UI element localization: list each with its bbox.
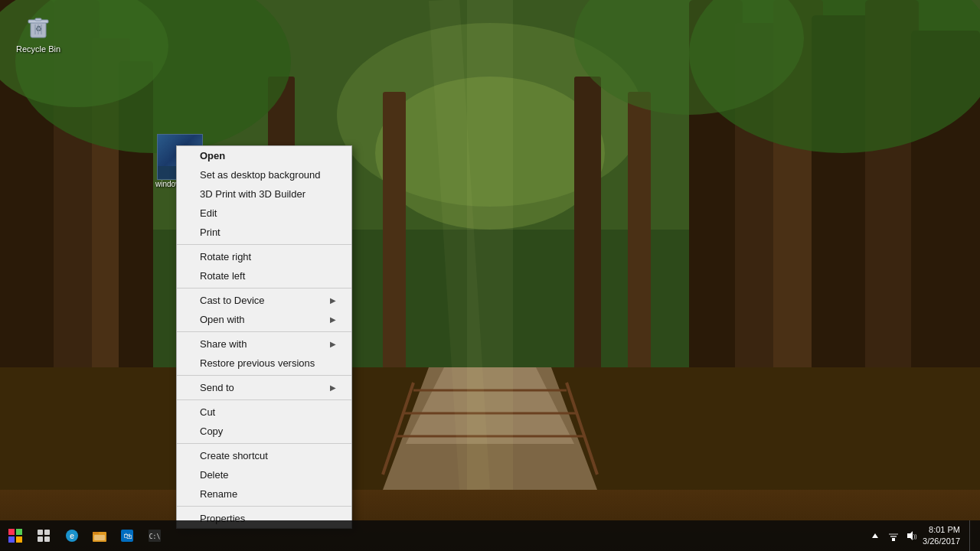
file-explorer-icon xyxy=(93,529,106,543)
menu-item-label-rotate-left: Rotate left xyxy=(200,270,245,282)
context-menu-item-share-with[interactable]: Share with▶ xyxy=(177,334,351,354)
menu-item-label-share-with: Share with xyxy=(200,338,247,350)
context-menu-item-3d-print[interactable]: 3D Print with 3D Builder xyxy=(177,184,351,204)
recycle-bin-icon[interactable]: ♻ Recycle Bin xyxy=(11,11,65,54)
submenu-arrow-icon-cast-to-device: ▶ xyxy=(330,296,336,305)
context-menu-item-cut[interactable]: Cut xyxy=(177,403,351,422)
context-menu-item-open[interactable]: Open xyxy=(177,146,351,165)
svg-rect-42 xyxy=(44,536,50,542)
menu-item-label-restore-prev: Restore previous versions xyxy=(200,357,315,369)
context-menu-item-create-shortcut[interactable]: Create shortcut xyxy=(177,446,351,465)
speaker-icon: )) xyxy=(906,530,918,541)
menu-item-label-copy: Copy xyxy=(200,425,223,437)
svg-text:e: e xyxy=(70,531,74,540)
clock-date: 3/26/2017 xyxy=(923,536,960,547)
show-desktop-button[interactable] xyxy=(969,520,974,551)
cmd-button[interactable]: C:\ xyxy=(141,520,168,551)
menu-item-label-cast-to-device: Cast to Device xyxy=(200,295,265,306)
context-menu-item-send-to[interactable]: Send to▶ xyxy=(177,378,351,397)
svg-rect-53 xyxy=(892,538,895,541)
context-menu-item-set-desktop-bg[interactable]: Set as desktop background xyxy=(177,165,351,184)
svg-text:🛍: 🛍 xyxy=(123,531,132,540)
menu-item-label-edit: Edit xyxy=(200,207,217,219)
background-svg xyxy=(0,0,980,490)
menu-item-label-open: Open xyxy=(200,150,225,161)
tray-expand-button[interactable] xyxy=(867,528,883,543)
svg-rect-41 xyxy=(38,536,43,542)
context-menu-item-edit[interactable]: Edit xyxy=(177,204,351,223)
menu-item-label-set-desktop-bg: Set as desktop background xyxy=(200,169,321,181)
clock-time: 8:01 PM xyxy=(923,524,960,536)
menu-item-label-3d-print: 3D Print with 3D Builder xyxy=(200,188,305,200)
file-explorer-button[interactable] xyxy=(86,520,113,551)
context-menu-item-open-with[interactable]: Open with▶ xyxy=(177,310,351,329)
edge-browser-button[interactable]: e xyxy=(58,520,86,551)
menu-item-label-send-to: Send to xyxy=(200,382,234,393)
svg-text:)): )) xyxy=(913,533,917,540)
desktop: windows_hero ♻ Recycle Bin OpenSet as de… xyxy=(0,0,980,551)
menu-separator-rename xyxy=(177,506,351,507)
menu-separator-copy xyxy=(177,443,351,444)
svg-rect-54 xyxy=(890,536,897,537)
context-menu-item-delete[interactable]: Delete xyxy=(177,465,351,484)
store-icon: 🛍 xyxy=(120,529,134,543)
store-button[interactable]: 🛍 xyxy=(113,520,141,551)
svg-marker-52 xyxy=(872,533,878,538)
svg-text:C:\: C:\ xyxy=(149,533,161,540)
edge-icon: e xyxy=(65,529,79,543)
wifi-icon xyxy=(887,530,900,541)
system-clock[interactable]: 8:01 PM 3/26/2017 xyxy=(923,524,966,548)
volume-icon[interactable]: )) xyxy=(904,528,920,543)
context-menu-item-copy[interactable]: Copy xyxy=(177,422,351,441)
svg-rect-46 xyxy=(93,532,99,534)
task-view-icon xyxy=(38,530,51,542)
context-menu-item-restore-prev[interactable]: Restore previous versions xyxy=(177,354,351,373)
context-menu-item-rename[interactable]: Rename xyxy=(177,484,351,504)
menu-item-label-print: Print xyxy=(200,227,220,238)
task-view-button[interactable] xyxy=(31,520,58,551)
windows-logo-icon xyxy=(8,529,22,543)
svg-rect-34 xyxy=(35,18,41,21)
svg-rect-47 xyxy=(94,535,105,540)
system-tray: )) 8:01 PM 3/26/2017 xyxy=(867,520,980,551)
menu-separator-send-to xyxy=(177,399,351,400)
menu-separator-print xyxy=(177,244,351,245)
submenu-arrow-icon-open-with: ▶ xyxy=(330,315,336,324)
start-button[interactable] xyxy=(0,520,31,551)
recycle-bin-label: Recycle Bin xyxy=(16,44,60,54)
context-menu-item-print[interactable]: Print xyxy=(177,223,351,242)
menu-item-label-rotate-right: Rotate right xyxy=(200,251,251,262)
svg-text:♻: ♻ xyxy=(35,24,42,33)
context-menu: OpenSet as desktop background3D Print wi… xyxy=(176,145,352,529)
menu-separator-restore-prev xyxy=(177,375,351,376)
svg-rect-40 xyxy=(44,530,50,535)
menu-item-label-open-with: Open with xyxy=(200,314,245,325)
menu-item-label-delete: Delete xyxy=(200,469,229,481)
taskbar: e 🛍 C:\ xyxy=(0,520,980,551)
menu-separator-open-with xyxy=(177,331,351,332)
menu-item-label-cut: Cut xyxy=(200,406,215,418)
submenu-arrow-icon-share-with: ▶ xyxy=(330,340,336,348)
menu-item-label-create-shortcut: Create shortcut xyxy=(200,450,268,461)
context-menu-item-rotate-left[interactable]: Rotate left xyxy=(177,266,351,285)
recycle-bin-image: ♻ xyxy=(23,11,54,42)
chevron-up-icon xyxy=(871,532,879,540)
svg-rect-39 xyxy=(38,530,43,535)
menu-item-label-rename: Rename xyxy=(200,488,237,500)
cmd-icon: C:\ xyxy=(148,529,162,543)
context-menu-item-cast-to-device[interactable]: Cast to Device▶ xyxy=(177,291,351,310)
context-menu-item-rotate-right[interactable]: Rotate right xyxy=(177,247,351,266)
submenu-arrow-icon-send-to: ▶ xyxy=(330,383,336,392)
svg-marker-56 xyxy=(907,531,913,540)
network-icon[interactable] xyxy=(886,528,901,543)
menu-separator-rotate-left xyxy=(177,288,351,289)
svg-rect-55 xyxy=(889,533,898,535)
